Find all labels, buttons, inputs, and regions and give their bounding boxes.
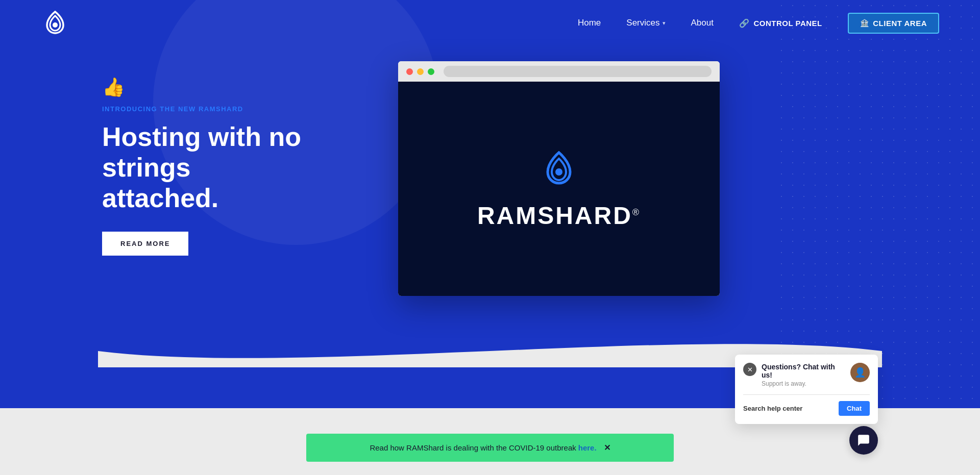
- covid-text: Read how RAMShard is dealing with the CO…: [370, 443, 576, 452]
- chat-widget: ✕ Questions? Chat with us! Support is aw…: [735, 355, 878, 424]
- svg-point-0: [53, 22, 58, 28]
- navbar: Home Services ▾ About 🔗 CONTROL PANEL 🏦 …: [0, 0, 980, 475]
- hero-tag: INTRODUCING THE NEW RAMSHARD: [102, 105, 368, 113]
- nav-home[interactable]: Home: [578, 18, 601, 28]
- logo[interactable]: [41, 9, 69, 37]
- chat-title: Questions? Chat with us!: [762, 363, 845, 379]
- svg-point-1: [555, 168, 562, 176]
- client-area-button[interactable]: 🏦 CLIENT AREA: [848, 13, 939, 34]
- browser-mockup: RAMSHARD®: [398, 61, 720, 296]
- chat-title-block: Questions? Chat with us! Support is away…: [762, 363, 845, 387]
- browser-dot-red: [406, 68, 413, 75]
- hero-content: 👍 INTRODUCING THE NEW RAMSHARD Hosting w…: [0, 0, 980, 327]
- hero-headline: Hosting with no strings attached.: [102, 122, 368, 213]
- ramshard-brand-text: RAMSHARD®: [477, 202, 641, 230]
- logo-icon: [41, 9, 69, 37]
- chat-widget-header: ✕ Questions? Chat with us! Support is aw…: [743, 363, 870, 387]
- control-panel-button[interactable]: 🔗 CONTROL PANEL: [739, 18, 822, 28]
- thumbs-up-icon: 👍: [102, 77, 368, 98]
- client-area-icon: 🏦: [860, 19, 869, 27]
- covid-close-button[interactable]: ✕: [604, 443, 610, 453]
- chat-actions: Search help center Chat: [743, 394, 870, 416]
- hero-text: 👍 INTRODUCING THE NEW RAMSHARD Hosting w…: [102, 61, 368, 256]
- covid-link[interactable]: here.: [578, 443, 597, 452]
- chat-button[interactable]: Chat: [839, 401, 870, 416]
- browser-content: RAMSHARD®: [398, 82, 720, 296]
- ramshard-logo-icon: [538, 148, 579, 189]
- browser-dot-yellow: [417, 68, 424, 75]
- services-chevron-icon: ▾: [663, 20, 666, 27]
- chat-subtitle: Support is away.: [762, 380, 845, 387]
- hero-section: 👍 INTRODUCING THE NEW RAMSHARD Hosting w…: [0, 0, 980, 408]
- covid-banner: Read how RAMShard is dealing with the CO…: [306, 434, 674, 462]
- search-help-link[interactable]: Search help center: [743, 405, 802, 412]
- browser-dot-green: [428, 68, 434, 75]
- read-more-button[interactable]: READ MORE: [102, 232, 188, 256]
- nav-links: Home Services ▾ About 🔗 CONTROL PANEL 🏦 …: [578, 13, 939, 34]
- nav-services[interactable]: Services ▾: [626, 18, 665, 28]
- chat-avatar: 👤: [850, 363, 870, 382]
- chat-bubble-icon: [857, 434, 870, 447]
- nav-about[interactable]: About: [691, 18, 714, 28]
- chat-float-button[interactable]: [849, 426, 878, 455]
- navigation: Home Services ▾ About 🔗 CONTROL PANEL 🏦 …: [0, 0, 980, 46]
- browser-url-bar: [444, 66, 712, 77]
- chat-close-button[interactable]: ✕: [743, 363, 756, 376]
- browser-bar: [398, 61, 720, 82]
- link-icon: 🔗: [739, 18, 750, 28]
